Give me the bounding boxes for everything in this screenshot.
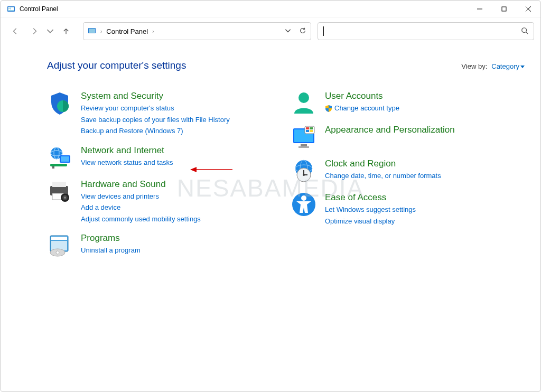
category-link[interactable]: Change date, time, or number formats <box>325 171 441 181</box>
svg-rect-19 <box>50 164 67 166</box>
svg-rect-20 <box>52 166 54 169</box>
category-link[interactable]: Review your computer's status <box>81 103 230 114</box>
svg-rect-2 <box>8 7 11 8</box>
svg-point-33 <box>299 92 309 103</box>
refresh-button[interactable] <box>299 27 306 36</box>
svg-rect-37 <box>299 146 309 148</box>
category-clock-region: Clock and Region Change date, time, or n… <box>291 158 525 183</box>
category-hardware-sound: Hardware and Sound View devices and prin… <box>47 179 281 225</box>
category-link[interactable]: Uninstall a program <box>81 245 141 256</box>
address-icon <box>88 26 96 36</box>
svg-rect-6 <box>502 7 506 11</box>
monitor-icon[interactable] <box>291 124 316 150</box>
svg-rect-22 <box>52 182 66 187</box>
window-title: Control Panel <box>20 5 58 13</box>
category-link[interactable]: Let Windows suggest settings <box>325 204 416 215</box>
right-column: User Accounts Change account type Appear… <box>291 90 525 266</box>
breadcrumb-item[interactable]: Control Panel <box>106 27 148 35</box>
svg-rect-40 <box>310 127 313 129</box>
control-panel-icon <box>7 5 15 13</box>
category-network-internet: Network and Internet View network status… <box>47 145 281 170</box>
navbar: › Control Panel › <box>1 17 540 45</box>
category-link[interactable]: Backup and Restore (Windows 7) <box>81 126 230 136</box>
shield-icon[interactable] <box>47 90 72 116</box>
left-column: System and Security Review your computer… <box>47 90 281 266</box>
category-user-accounts: User Accounts Change account type <box>291 90 525 116</box>
category-title[interactable]: User Accounts <box>325 90 399 102</box>
category-title[interactable]: Network and Internet <box>81 145 173 156</box>
svg-line-12 <box>526 32 528 34</box>
category-link[interactable]: Optimize visual display <box>325 216 416 227</box>
address-dropdown[interactable] <box>284 27 292 36</box>
accessibility-icon[interactable] <box>291 192 316 217</box>
uac-shield-icon <box>325 105 332 112</box>
minimize-button[interactable] <box>468 1 492 17</box>
category-programs: Programs Uninstall a program <box>47 232 281 258</box>
category-title[interactable]: Clock and Region <box>325 158 441 170</box>
network-icon[interactable] <box>47 145 72 170</box>
svg-rect-28 <box>51 237 67 240</box>
programs-icon[interactable] <box>47 232 72 258</box>
category-title[interactable]: Appearance and Personalization <box>325 124 455 136</box>
svg-rect-36 <box>301 144 307 146</box>
back-button[interactable] <box>7 23 24 40</box>
svg-rect-39 <box>306 127 309 129</box>
titlebar: Control Panel <box>1 1 540 17</box>
forward-button[interactable] <box>26 23 43 40</box>
maximize-button[interactable] <box>492 1 516 17</box>
category-link[interactable]: Adjust commonly used mobility settings <box>81 214 201 225</box>
text-caret <box>323 26 324 36</box>
category-ease-of-access: Ease of Access Let Windows suggest setti… <box>291 192 525 226</box>
category-title[interactable]: Ease of Access <box>325 192 416 203</box>
category-title[interactable]: Hardware and Sound <box>81 179 201 190</box>
category-title[interactable]: System and Security <box>81 90 230 102</box>
svg-point-26 <box>64 197 66 199</box>
search-input[interactable] <box>323 27 521 35</box>
category-link[interactable]: Save backup copies of your files with Fi… <box>81 115 230 125</box>
content-area: Adjust your computer's settings View by:… <box>1 45 540 277</box>
page-heading: Adjust your computer's settings <box>47 60 186 71</box>
address-bar[interactable]: › Control Panel › <box>83 22 311 40</box>
user-icon[interactable] <box>291 90 316 116</box>
up-button[interactable] <box>58 23 74 40</box>
close-button[interactable] <box>516 1 540 17</box>
search-icon[interactable] <box>521 27 528 36</box>
chevron-right-icon: › <box>99 29 103 34</box>
svg-point-11 <box>522 27 527 32</box>
window-controls <box>468 1 540 17</box>
viewby-label: View by: <box>461 62 487 70</box>
category-link[interactable]: View network status and tasks <box>81 157 173 168</box>
recent-dropdown[interactable] <box>45 23 55 40</box>
view-by-selector[interactable]: View by: Category <box>461 62 525 70</box>
svg-rect-42 <box>310 130 313 132</box>
chevron-right-icon: › <box>151 29 155 34</box>
search-bar[interactable] <box>318 22 534 40</box>
svg-rect-3 <box>8 9 11 10</box>
caret-down-icon <box>520 66 525 68</box>
printer-icon[interactable] <box>47 179 72 204</box>
svg-rect-4 <box>11 7 14 10</box>
svg-rect-10 <box>89 29 95 33</box>
svg-point-51 <box>301 195 306 201</box>
svg-rect-18 <box>61 156 69 162</box>
svg-point-49 <box>303 174 305 176</box>
category-title[interactable]: Programs <box>81 232 141 244</box>
svg-point-32 <box>56 251 59 254</box>
category-link[interactable]: View devices and printers <box>81 191 201 202</box>
clock-icon[interactable] <box>291 158 316 183</box>
viewby-value: Category <box>491 62 525 70</box>
category-link[interactable]: Change account type <box>325 103 399 114</box>
category-system-security: System and Security Review your computer… <box>47 90 281 136</box>
svg-rect-41 <box>306 130 309 132</box>
category-appearance: Appearance and Personalization <box>291 124 525 150</box>
category-link[interactable]: Add a device <box>81 202 201 213</box>
